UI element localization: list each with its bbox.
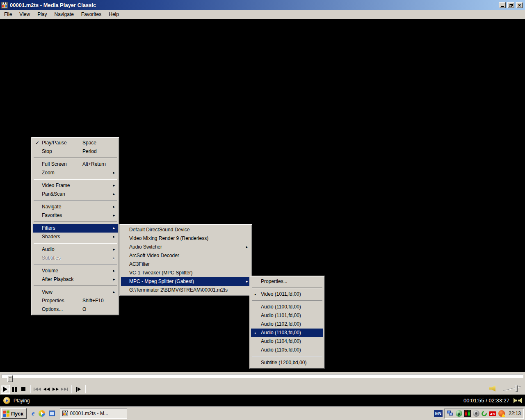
volume-tray-icon[interactable]	[473, 410, 479, 417]
track-item-properties[interactable]: Properties...	[251, 277, 323, 286]
windows-logo-icon	[3, 410, 9, 417]
quick-launch: e	[32, 410, 55, 417]
menu-item-stop[interactable]: Stop Period	[33, 147, 118, 156]
menu-item-shaders[interactable]: Shaders ►	[33, 233, 118, 241]
menu-item-volume[interactable]: Volume ►	[33, 267, 118, 275]
submenu-arrow-icon: ►	[245, 277, 249, 286]
filter-item-arcsoft-decoder[interactable]: ArcSoft Video Decoder	[121, 251, 251, 260]
track-item-audio-1105[interactable]: Audio (1105,fd,00)	[251, 346, 323, 354]
menu-item-favorites[interactable]: Favorites ►	[33, 211, 118, 220]
menu-separator	[34, 264, 117, 265]
frame-step-button[interactable]	[74, 385, 83, 394]
menu-item-full-screen[interactable]: Full Screen Alt+Return	[33, 160, 118, 169]
menu-item-pan-scan[interactable]: Pan&Scan ►	[33, 190, 118, 199]
seek-bar[interactable]	[2, 374, 523, 378]
restore-icon	[509, 4, 513, 7]
update-tray-icon[interactable]	[480, 410, 488, 417]
internet-explorer-icon[interactable]: e	[32, 410, 35, 417]
traffic-monitor-tray-icon[interactable]	[464, 410, 471, 417]
filter-item-vmr9[interactable]: Video Mixing Render 9 (Renderless)	[121, 234, 251, 243]
track-item-audio-1100[interactable]: Audio (1100,fd,00)	[251, 303, 323, 311]
menu-item-label: MPC - Mpeg Splitter (Gabest)	[129, 278, 194, 284]
filter-item-directsound[interactable]: Default DirectSound Device	[121, 226, 251, 234]
restore-button[interactable]	[507, 2, 514, 8]
menubar-item-view[interactable]: View	[16, 11, 34, 18]
network-tray-icon[interactable]	[447, 410, 454, 417]
menu-separator	[252, 356, 322, 357]
menu-item-filters[interactable]: Filters ►	[33, 224, 118, 233]
seek-thumb[interactable]	[7, 375, 13, 382]
menubar-item-favorites[interactable]: Favorites	[78, 11, 105, 18]
ati-tray-icon[interactable]: ATI	[489, 411, 496, 416]
track-item-audio-1103[interactable]: ● Audio (1103,fd,00)	[251, 329, 323, 337]
menubar-item-help[interactable]: Help	[105, 11, 123, 18]
menu-item-shortcut: Space	[82, 139, 96, 147]
play-button[interactable]	[1, 385, 10, 394]
track-item-subtitle-1200[interactable]: Subtitle (1200,bd,00)	[251, 358, 323, 367]
menu-item-video-frame[interactable]: Video Frame ►	[33, 181, 118, 190]
title-bar[interactable]: 00001.m2ts - Media Player Classic ×	[0, 0, 525, 10]
filter-item-ac3filter[interactable]: AC3Filter	[121, 260, 251, 269]
speaker-icon[interactable]	[489, 386, 495, 392]
taskbar-clock[interactable]: 22:13	[509, 411, 521, 416]
menu-separator	[34, 285, 117, 286]
skip-forward-icon	[61, 388, 64, 391]
utorrent-tray-icon[interactable]: µ	[456, 410, 462, 417]
menu-item-options[interactable]: Options... O	[33, 305, 118, 314]
menu-item-shortcut: Shift+F10	[82, 297, 104, 305]
menu-item-navigate[interactable]: Navigate ►	[33, 203, 118, 211]
taskbar-task-button[interactable]: 00001.m2ts - M...	[60, 408, 127, 419]
menu-item-after-playback[interactable]: After Playback ►	[33, 275, 118, 284]
menu-item-view[interactable]: View ►	[33, 288, 118, 297]
menu-item-label: Pan&Scan	[42, 191, 65, 197]
menu-item-zoom[interactable]: Zoom ►	[33, 169, 118, 177]
track-item-audio-1102[interactable]: Audio (1102,fd,00)	[251, 320, 323, 329]
media-player-icon[interactable]	[39, 410, 45, 417]
rewind-button[interactable]	[42, 385, 51, 394]
skip-forward-button[interactable]	[60, 385, 69, 394]
alert-tray-icon[interactable]	[498, 410, 505, 417]
filter-item-mpeg-splitter[interactable]: MPC - Mpeg Splitter (Gabest) ►	[121, 277, 251, 286]
track-item-video-1011[interactable]: ● Video (1011,fd,00)	[251, 290, 323, 299]
menu-item-audio[interactable]: Audio ►	[33, 245, 118, 254]
menubar-item-file[interactable]: File	[0, 11, 16, 18]
menu-item-shortcut: O	[82, 305, 86, 314]
submenu-arrow-icon: ►	[112, 245, 116, 254]
filter-item-audio-switcher[interactable]: Audio Switcher ►	[121, 243, 251, 251]
player-bottom-bar	[0, 372, 525, 395]
pause-button[interactable]	[10, 385, 19, 394]
filter-item-source-file[interactable]: G:\Terminator 2\BDMV\STREAM\00001.m2ts	[121, 286, 251, 294]
fast-forward-button[interactable]	[51, 385, 60, 394]
desktop: { "colors": { "selection": "#0a246a", "t…	[0, 0, 525, 420]
menu-item-properties[interactable]: Properties Shift+F10	[33, 297, 118, 305]
menubar-item-play[interactable]: Play	[34, 11, 50, 18]
playback-status: Playing	[14, 398, 30, 404]
minimize-button[interactable]	[499, 2, 506, 8]
close-button[interactable]: ×	[516, 2, 523, 8]
skip-back-button[interactable]	[33, 385, 42, 394]
show-desktop-icon[interactable]	[49, 411, 55, 416]
menu-item-play-pause[interactable]: ✓ Play/Pause Space	[33, 139, 118, 147]
track-item-audio-1104[interactable]: Audio (1104,fd,00)	[251, 337, 323, 346]
volume-thumb[interactable]	[515, 385, 518, 392]
menu-item-label: Properties...	[261, 278, 288, 284]
submenu-arrow-icon: ►	[112, 233, 116, 241]
start-button[interactable]: Пуск	[1, 408, 27, 419]
status-icon	[3, 397, 10, 404]
volume-slider[interactable]	[502, 384, 522, 393]
menu-item-subtitles[interactable]: Subtitles ►	[33, 254, 118, 262]
menu-item-label: Zoom	[42, 170, 55, 176]
filter-item-vc1-tweaker[interactable]: VC-1 Tweaker (MPC Splitter)	[121, 269, 251, 277]
menubar-item-navigate[interactable]: Navigate	[50, 11, 77, 18]
menu-separator	[34, 200, 117, 201]
mpc-task-icon	[62, 411, 68, 416]
close-icon: ×	[518, 2, 521, 8]
stop-button[interactable]	[19, 385, 28, 394]
menu-item-label: After Playback	[42, 276, 73, 282]
frame-step-icon	[78, 387, 81, 391]
track-item-audio-1101[interactable]: Audio (1101,fd,00)	[251, 311, 323, 320]
submenu-arrow-icon: ►	[112, 254, 116, 262]
app-icon[interactable]	[1, 2, 8, 9]
submenu-arrow-icon: ►	[112, 203, 116, 211]
language-indicator[interactable]: EN	[434, 410, 443, 417]
